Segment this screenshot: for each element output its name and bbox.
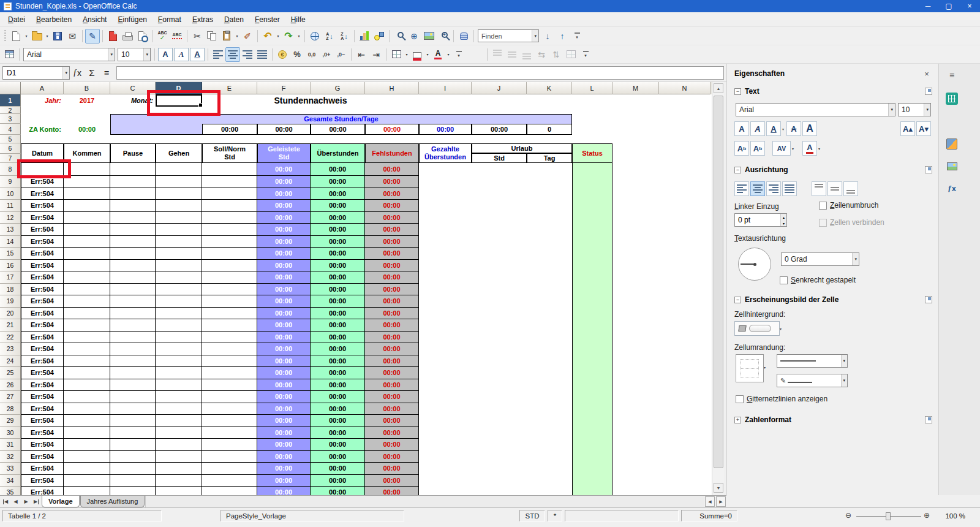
- stacked-vertically-checkbox[interactable]: Senkrecht gestapelt: [780, 276, 932, 284]
- open-dropdown-icon[interactable]: ▾: [44, 29, 50, 44]
- sheet-tab-jahres-auflistung[interactable]: Jahres Auflistung: [80, 496, 145, 507]
- cell-a11[interactable]: Err:504: [21, 200, 64, 212]
- cell-h15[interactable]: 00:00: [365, 248, 419, 260]
- cell-c24[interactable]: [110, 355, 156, 368]
- print-icon[interactable]: [120, 29, 135, 44]
- cell-h22[interactable]: 00:00: [365, 332, 419, 344]
- header-gezahlte-uberstunden[interactable]: Gezahlte Überstunden: [419, 143, 472, 163]
- cell-e18[interactable]: [202, 284, 257, 296]
- font-size-dropdown-icon[interactable]: ▾: [143, 48, 150, 61]
- cell-f4[interactable]: 00:00: [257, 124, 311, 135]
- increase-font-size-icon[interactable]: A▴: [900, 121, 915, 136]
- cell-g17[interactable]: 00:00: [311, 271, 365, 284]
- cell-b23[interactable]: [64, 343, 110, 355]
- cell-h32[interactable]: 00:00: [365, 451, 419, 463]
- percent-format-icon[interactable]: %: [290, 47, 304, 62]
- vertical-align-center-icon[interactable]: [505, 47, 519, 62]
- cell-d25[interactable]: [156, 367, 202, 379]
- row-header-28[interactable]: 28: [0, 403, 21, 415]
- cell-f32[interactable]: 00:00: [257, 451, 311, 463]
- cell-g23[interactable]: 00:00: [311, 343, 365, 355]
- cell-g33[interactable]: 00:00: [311, 463, 365, 475]
- horizontal-scroll-track[interactable]: [145, 496, 704, 507]
- cell-g18[interactable]: 00:00: [311, 284, 365, 296]
- cell-d16[interactable]: [156, 260, 202, 272]
- status-column[interactable]: [572, 163, 612, 495]
- row-header-32[interactable]: 32: [0, 451, 21, 463]
- cell-d14[interactable]: [156, 236, 202, 248]
- cell-g13[interactable]: 00:00: [311, 224, 365, 236]
- select-all-corner[interactable]: [0, 82, 21, 94]
- cell-c9[interactable]: [110, 176, 156, 188]
- cell-h30[interactable]: 00:00: [365, 427, 419, 439]
- find-dropdown-icon[interactable]: ▾: [532, 30, 538, 42]
- cell-c21[interactable]: [110, 319, 156, 332]
- cell-h34[interactable]: 00:00: [365, 475, 419, 487]
- cell-e9[interactable]: [202, 176, 257, 188]
- find-previous-icon[interactable]: ↑: [555, 29, 570, 44]
- cell-b34[interactable]: [64, 475, 110, 487]
- cell-b28[interactable]: [64, 403, 110, 415]
- page-preview-icon[interactable]: [135, 29, 149, 44]
- cell-d8[interactable]: [156, 163, 202, 176]
- column-header-i[interactable]: I: [419, 82, 472, 94]
- add-decimal-icon[interactable]: ,0+: [319, 47, 334, 62]
- cell-b16[interactable]: [64, 260, 110, 272]
- font-size-combo[interactable]: 10▾: [118, 48, 151, 61]
- function-wizard-icon[interactable]: ƒx: [70, 66, 85, 80]
- cell-h31[interactable]: 00:00: [365, 439, 419, 451]
- cell-f26[interactable]: 00:00: [257, 379, 311, 392]
- row-header-31[interactable]: 31: [0, 439, 21, 451]
- header-soll-norm-std[interactable]: Soll/Norm Std: [202, 143, 257, 163]
- vertical-align-top-icon[interactable]: [490, 47, 505, 62]
- cell-g14[interactable]: 00:00: [311, 236, 365, 248]
- row-header-23[interactable]: 23: [0, 343, 21, 355]
- row-header-20[interactable]: 20: [0, 308, 21, 320]
- number-format-dialog-icon[interactable]: [925, 416, 932, 423]
- cell-e16[interactable]: [202, 260, 257, 272]
- toolbar1-options-icon[interactable]: ▾: [570, 29, 584, 44]
- decrease-font-size-icon[interactable]: A▾: [916, 121, 931, 136]
- row-header-27[interactable]: 27: [0, 391, 21, 403]
- cell-c18[interactable]: [110, 284, 156, 296]
- character-spacing-icon[interactable]: AV: [772, 141, 791, 156]
- row-header-24[interactable]: 24: [0, 355, 21, 368]
- column-header-l[interactable]: L: [572, 82, 612, 94]
- cell-g24[interactable]: 00:00: [311, 355, 365, 368]
- column-header-m[interactable]: M: [612, 82, 659, 94]
- data-sources-icon[interactable]: [456, 29, 471, 44]
- cell-d19[interactable]: [156, 295, 202, 308]
- line-style-dropdown-icon[interactable]: ▾: [841, 355, 848, 367]
- panel-font-size-dropdown-icon[interactable]: ▾: [924, 104, 930, 116]
- cell-e17[interactable]: [202, 271, 257, 284]
- zoom-out-icon[interactable]: ⊖: [845, 511, 851, 520]
- cell-d24[interactable]: [156, 355, 202, 368]
- menu-item-daten[interactable]: Daten: [219, 13, 249, 26]
- cell-f18[interactable]: 00:00: [257, 284, 311, 296]
- cell-a19[interactable]: Err:504: [21, 295, 64, 308]
- cell-e26[interactable]: [202, 379, 257, 392]
- cell-e13[interactable]: [202, 224, 257, 236]
- cell-a28[interactable]: Err:504: [21, 403, 64, 415]
- row-header-11[interactable]: 11: [0, 200, 21, 212]
- styles-deck-icon[interactable]: [944, 136, 960, 152]
- cell-b15[interactable]: [64, 248, 110, 260]
- zoom-in-icon[interactable]: ⊕: [924, 511, 930, 520]
- header-geleistete-std[interactable]: Geleistete Std: [257, 143, 311, 163]
- sheet-title[interactable]: Stundennachweis: [202, 94, 419, 107]
- header-pause[interactable]: Pause: [110, 143, 156, 163]
- cell-h20[interactable]: 00:00: [365, 308, 419, 320]
- cell-a31[interactable]: Err:504: [21, 439, 64, 451]
- panel-character-dialog-icon[interactable]: A: [802, 121, 817, 136]
- borders-dropdown-icon[interactable]: ▾: [404, 47, 410, 62]
- panel-font-color-icon[interactable]: A: [802, 141, 817, 156]
- cell-f28[interactable]: 00:00: [257, 403, 311, 415]
- rotation-dropdown-icon[interactable]: ▾: [852, 253, 859, 265]
- text-direction-ltr-icon[interactable]: ⇆: [534, 47, 549, 62]
- cell-f19[interactable]: 00:00: [257, 295, 311, 308]
- cell-b13[interactable]: [64, 224, 110, 236]
- align-left-icon[interactable]: [211, 47, 225, 62]
- panel-font-size-combo[interactable]: 10▾: [898, 103, 931, 116]
- sheet-tab-vorlage[interactable]: Vorlage: [42, 496, 80, 507]
- panel-valign-bottom-icon[interactable]: [843, 181, 858, 196]
